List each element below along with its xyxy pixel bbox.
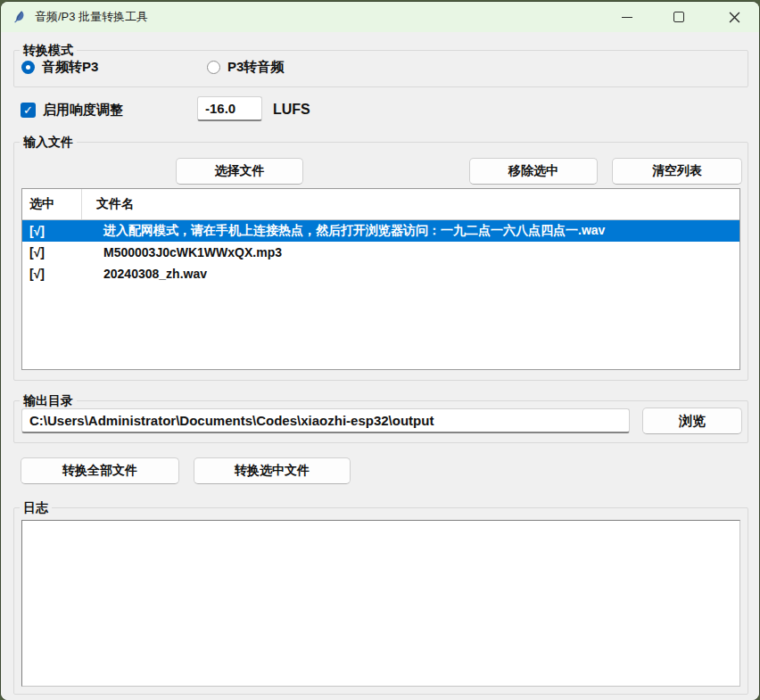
main-content: 转换模式 音频转P3 P3转音频 ✓ 启用响度调整 -16.0 LUFS 输入文… xyxy=(1,32,759,700)
radio-dot-icon xyxy=(207,61,220,74)
window-title: 音频/P3 批量转换工具 xyxy=(35,9,148,25)
radio-label: P3转音频 xyxy=(227,59,284,76)
output-group-title: 输出目录 xyxy=(20,391,77,409)
output-dir-groupbox: 输出目录 C:\Users\Administrator\Documents\Co… xyxy=(13,400,748,443)
row-checked-mark[interactable]: [√] xyxy=(22,245,89,259)
browse-button[interactable]: 浏览 xyxy=(642,408,742,434)
clear-list-button[interactable]: 清空列表 xyxy=(612,158,742,185)
row-filename[interactable]: 进入配网模式，请在手机上连接热点，然后打开浏览器访问：一九二点一六八点四点一.w… xyxy=(89,223,739,239)
close-button[interactable] xyxy=(715,2,754,32)
remove-selected-button[interactable]: 移除选中 xyxy=(469,158,598,185)
select-files-button[interactable]: 选择文件 xyxy=(176,158,303,185)
mode-radio-row: 音频转P3 P3转音频 xyxy=(21,59,284,76)
app-window: 音频/P3 批量转换工具 转换模式 音频转P3 P3转音频 xyxy=(1,2,759,700)
radio-audio-to-p3[interactable]: 音频转P3 xyxy=(21,59,207,76)
maximize-button[interactable] xyxy=(659,2,698,32)
lufs-value-input[interactable]: -16.0 xyxy=(197,96,262,121)
mode-groupbox: 转换模式 音频转P3 P3转音频 xyxy=(13,50,748,87)
minimize-icon xyxy=(622,17,632,18)
output-path-input[interactable]: C:\Users\Administrator\Documents\Codes\x… xyxy=(21,408,630,433)
close-icon xyxy=(729,12,740,23)
file-table-header: 选中 文件名 xyxy=(22,189,739,220)
convert-all-button[interactable]: 转换全部文件 xyxy=(21,457,179,484)
convert-selected-button[interactable]: 转换选中文件 xyxy=(194,457,351,484)
column-header-checked[interactable]: 选中 xyxy=(22,189,82,219)
maximize-icon xyxy=(673,12,684,22)
table-row[interactable]: [√]进入配网模式，请在手机上连接热点，然后打开浏览器访问：一九二点一六八点四点… xyxy=(22,220,739,242)
loudness-row: ✓ 启用响度调整 -16.0 LUFS xyxy=(21,96,123,123)
radio-dot-icon xyxy=(21,61,35,74)
radio-p3-to-audio[interactable]: P3转音频 xyxy=(207,59,284,76)
table-row[interactable]: [√]M500003J0cWK1WWxQX.mp3 xyxy=(22,242,739,263)
title-bar[interactable]: 音频/P3 批量转换工具 xyxy=(1,2,759,32)
row-filename[interactable]: M500003J0cWK1WWxQX.mp3 xyxy=(89,245,739,259)
lufs-unit-label: LUFS xyxy=(273,102,310,118)
table-row[interactable]: [√]20240308_zh.wav xyxy=(22,263,739,284)
input-files-groupbox: 输入文件 选择文件 移除选中 清空列表 选中 文件名 [√]进入配网模式，请在手… xyxy=(13,142,748,381)
row-filename[interactable]: 20240308_zh.wav xyxy=(89,267,739,281)
row-checked-mark[interactable]: [√] xyxy=(22,267,89,281)
mode-group-title: 转换模式 xyxy=(20,41,77,59)
input-group-title: 输入文件 xyxy=(20,133,77,151)
log-group-title: 日志 xyxy=(20,498,52,516)
radio-label: 音频转P3 xyxy=(42,59,98,76)
app-feather-icon xyxy=(12,10,27,24)
column-header-filename[interactable]: 文件名 xyxy=(82,189,739,219)
loudness-label: 启用响度调整 xyxy=(43,102,123,119)
file-table-body: [√]进入配网模式，请在手机上连接热点，然后打开浏览器访问：一九二点一六八点四点… xyxy=(22,220,739,284)
file-table: 选中 文件名 [√]进入配网模式，请在手机上连接热点，然后打开浏览器访问：一九二… xyxy=(21,188,740,370)
log-groupbox: 日志 xyxy=(13,507,748,695)
loudness-checkbox[interactable]: ✓ xyxy=(21,103,36,118)
minimize-button[interactable] xyxy=(607,2,647,32)
row-checked-mark[interactable]: [√] xyxy=(22,224,89,238)
log-textarea[interactable] xyxy=(21,520,740,687)
